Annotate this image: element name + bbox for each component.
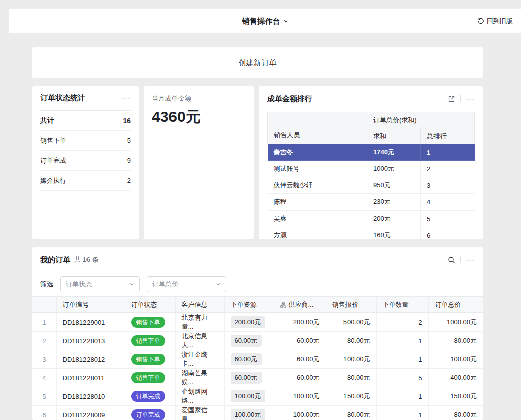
qty-cell: 1 [376,406,428,420]
more-icon[interactable]: ··· [122,94,131,102]
monthly-deal-amount-card: 当月成单金额 4360元 [144,86,254,239]
status-row-total[interactable]: 共计 16 [40,111,131,131]
status-badge: 订单完成 [131,391,165,402]
sum-cell: 230元 [367,194,421,211]
col-supplier-label: 供应商... [289,300,314,309]
search-button[interactable] [448,256,455,264]
order-status-cell: 订单完成 [125,387,175,406]
row-number-cell: 2 [32,332,56,350]
resource-cell: 60.00元 [224,332,274,350]
col-quote: 销售报价 [326,297,376,313]
status-row[interactable]: 销售下单 5 [40,131,131,151]
customer-cell: 湖南芒果娱... [175,369,224,387]
quote-cell: 500.00元 [326,313,376,332]
col-supplier: 供应商... [274,297,326,313]
col-order-status: 订单状态 [125,297,175,313]
app-title-dropdown[interactable]: 销售操作台 [9,9,521,33]
ranking-row[interactable]: 测试账号 1000元 2 [268,161,475,177]
col-row-number [32,297,56,313]
resource-cell: 60.00元 [224,369,274,387]
ranking-row[interactable]: 陈程 230元 4 [268,194,475,211]
status-label: 销售下单 [40,136,66,145]
divider [460,256,461,263]
resource-pill: 100.00元 [231,390,266,402]
total-cell: 80.00元 [428,406,483,420]
salesperson-cell: 吴爽 [268,211,367,227]
select-placeholder: 订单总价 [152,280,179,289]
revert-icon [477,18,484,25]
table-row[interactable]: 1 DD181229001 销售下单 北京有力量... 200.00元 200.… [32,313,483,332]
select-placeholder: 订单状态 [66,280,92,289]
status-card-header: 订单状态统计 ··· [40,86,131,111]
status-row[interactable]: 媒介执行 2 [40,171,131,191]
more-icon[interactable]: ··· [466,256,475,264]
col-qty: 下单数量 [376,297,428,313]
customer-cell: 北京有力量... [175,313,224,332]
order-status-cell: 订单完成 [125,406,175,420]
table-row[interactable]: 3 DD181228012 销售下单 浙江金鹰卡... 60.00元 60.00… [32,350,483,369]
qty-cell: 1 [376,350,428,369]
col-sum: 求和 [367,128,421,144]
rank-cell: 3 [421,177,475,194]
table-row[interactable]: 2 DD181228013 销售下单 北京信息大... 60.00元 60.00… [32,332,483,350]
resource-pill: 60.00元 [231,335,262,347]
order-no-cell: DD181228011 [56,369,125,387]
order-no-cell: DD181229001 [56,313,125,332]
order-total-filter-select[interactable]: 订单总价 [147,276,226,292]
rank-cell: 6 [421,227,475,240]
status-value: 2 [127,177,131,184]
status-label: 订单完成 [40,156,66,165]
resource-cell: 60.00元 [224,350,274,369]
rank-cell: 4 [421,194,475,211]
ranking-table: 销售人员 订单总价(求和) 求和 总排行 秦吉冬 1740元 1 测试账号 10… [267,112,475,239]
salesperson-cell: 陈程 [268,194,367,211]
resource-pill: 100.00元 [231,409,266,420]
page-title: 销售操作台 [242,17,280,26]
order-no-cell: DD181228009 [56,406,125,420]
order-status-cell: 销售下单 [125,350,175,369]
divider [460,95,461,102]
more-icon[interactable]: ··· [466,95,475,103]
rank-cell: 2 [421,161,475,177]
customer-cell: 爱国家信息... [175,406,224,420]
supplier-cell: 100.00元 [274,387,326,406]
order-status-filter-select[interactable]: 订单状态 [60,276,140,292]
create-order-button[interactable]: 创建新订单 [32,47,483,78]
status-value: 16 [123,117,131,125]
orders-card-header: 我的订单 共 16 条 ··· [32,247,483,272]
supplier-cell: 60.00元 [274,369,326,387]
export-button[interactable] [448,95,455,103]
col-rank: 总排行 [421,128,475,144]
salesperson-cell: 测试账号 [268,161,367,177]
amount-label: 当月成单金额 [152,94,246,103]
order-status-stats-card: 订单状态统计 ··· 共计 16 销售下单 5 订单完成 9 媒介执行 2 [32,86,139,239]
table-row[interactable]: 6 DD181228009 订单完成 爱国家信息... 100.00元 100.… [32,406,483,420]
ranking-row[interactable]: 秦吉冬 1740元 1 [268,144,475,161]
qty-cell: 1 [376,332,428,350]
back-to-old-version-button[interactable]: 回到旧版 [477,9,513,33]
quote-cell: 80.00元 [326,369,376,387]
create-order-label: 创建新订单 [239,58,277,68]
filter-row: 筛选 订单状态 订单总价 [32,272,483,296]
qty-cell: 5 [376,369,428,387]
table-row[interactable]: 5 DD181228010 订单完成 企划路网络... 100.00元 100.… [32,387,483,406]
table-row[interactable]: 4 DD181228011 销售下单 湖南芒果娱... 60.00元 60.00… [32,369,483,387]
row-number-cell: 3 [32,350,56,369]
order-no-cell: DD181228010 [56,387,125,406]
ranking-row[interactable]: 方源 160元 6 [268,227,475,240]
supplier-cell: 200.00元 [274,313,326,332]
row-number-cell: 4 [32,369,56,387]
supplier-cell: 60.00元 [274,332,326,350]
ranking-row[interactable]: 吴爽 200元 5 [268,211,475,227]
order-no-cell: DD181228012 [56,350,125,369]
chevron-down-icon [216,282,221,287]
resource-cell: 100.00元 [224,387,274,406]
status-row[interactable]: 订单完成 9 [40,151,131,171]
row-number-cell: 5 [32,387,56,406]
total-cell: 100.00元 [428,350,483,369]
status-value: 5 [127,137,131,144]
salesperson-cell: 秦吉冬 [268,144,367,161]
status-badge: 订单完成 [131,409,165,420]
ranking-row[interactable]: 伙伴云魏少轩 950元 3 [268,177,475,194]
col-customer: 客户信息 [175,297,224,313]
